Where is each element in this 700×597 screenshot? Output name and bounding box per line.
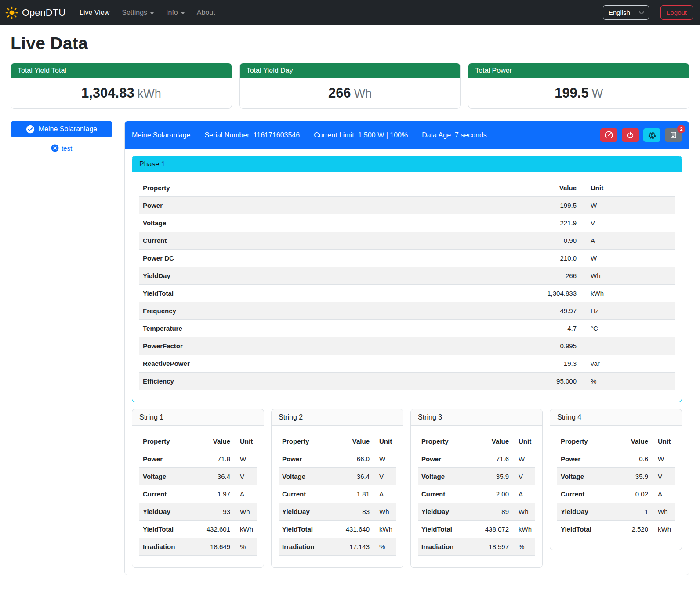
inverter-name: Meine Solaranlage [132, 131, 190, 139]
unit-cell: % [373, 538, 396, 556]
col-header-value: Value [192, 433, 234, 450]
property-cell: YieldDay [139, 503, 192, 521]
table-row: Power DC210.0W [139, 250, 675, 267]
col-header-property: Property [279, 433, 331, 450]
limit-settings-button[interactable] [600, 128, 617, 142]
unit-cell: A [234, 485, 257, 503]
value-cell: 1,304.833 [403, 285, 580, 302]
col-header-value: Value [403, 179, 580, 197]
value-cell: 35.9 [615, 468, 652, 485]
table-row: Voltage35.9V [418, 468, 535, 485]
brand-logo[interactable]: OpenDTU [5, 6, 65, 19]
nav-label: Settings [122, 9, 147, 17]
unit-cell: kWh [652, 521, 675, 538]
language-select[interactable]: English [603, 5, 649, 20]
journal-icon [670, 131, 677, 139]
table-row: Irradiation18.597% [418, 538, 535, 556]
unit-cell [580, 337, 675, 355]
unit-cell: kWh [234, 521, 257, 538]
unit-cell: var [580, 355, 675, 373]
value-cell: 0.90 [403, 232, 580, 250]
card-header: Total Power [468, 63, 689, 78]
caret-down-icon [150, 12, 154, 14]
inverter-sidebar: Meine Solaranlage test [11, 121, 112, 152]
summary-cards: Total Yield Total 1,304.83kWh Total Yiel… [11, 63, 689, 109]
page-container: Live Data Total Yield Total 1,304.83kWh … [0, 34, 700, 586]
sidebar-item-label: test [62, 145, 72, 152]
property-cell: Current [418, 485, 471, 503]
phase-card-body: Property Value Unit Power199.5WVoltage22… [132, 172, 682, 402]
sidebar-item-test-inverter[interactable]: test [11, 144, 112, 152]
table-row: YieldDay93Wh [139, 503, 257, 521]
unit-cell: A [373, 485, 396, 503]
unit-cell: V [652, 468, 675, 485]
table-row: Irradiation18.649% [139, 538, 257, 556]
string-card-2: String 2 Property Value Unit [271, 409, 403, 568]
nav-item-info[interactable]: Info [160, 5, 191, 20]
unit-cell: A [512, 485, 535, 503]
property-cell: Irradiation [279, 538, 331, 556]
strings-row: String 1 Property Value Unit [132, 409, 682, 568]
string-card-1: String 1 Property Value Unit [132, 409, 264, 568]
main-row: Meine Solaranlage test Meine Solaranlage… [11, 121, 689, 575]
table-header-row: Property Value Unit [557, 433, 675, 450]
property-cell: Power [418, 450, 471, 468]
device-info-button[interactable] [643, 128, 660, 142]
string-table: Property Value Unit Power0.6WVoltage35.9… [557, 433, 675, 538]
property-cell: Current [139, 485, 192, 503]
page-title: Live Data [11, 34, 689, 53]
x-circle-icon [51, 144, 59, 152]
unit-cell: Hz [580, 302, 675, 320]
col-header-unit: Unit [234, 433, 257, 450]
value-cell: 431.640 [331, 521, 373, 538]
unit-cell: V [580, 214, 675, 232]
table-row: YieldTotal432.601kWh [139, 521, 257, 538]
table-row: YieldTotal431.640kWh [279, 521, 396, 538]
phase-card: Phase 1 Property Value Unit Power199.5WV… [132, 156, 682, 402]
property-cell: Power [139, 450, 192, 468]
card-unit: W [592, 87, 603, 100]
power-toggle-button[interactable] [622, 128, 639, 142]
table-row: YieldDay266Wh [139, 267, 675, 285]
col-header-property: Property [557, 433, 615, 450]
string-table: Property Value Unit Power71.8WVoltage36.… [139, 433, 257, 556]
table-row: Voltage36.4V [139, 468, 257, 485]
string-card-body: Property Value Unit Power71.6WVoltage35.… [411, 426, 542, 567]
table-header-row: Property Value Unit [279, 433, 396, 450]
table-row: Power71.8W [139, 450, 257, 468]
table-row: Voltage36.4V [279, 468, 396, 485]
logout-button[interactable]: Logout [660, 5, 693, 20]
string-card-title: String 4 [550, 409, 682, 426]
property-cell: YieldDay [418, 503, 471, 521]
event-log-button[interactable]: 2 [665, 128, 682, 142]
unit-cell: Wh [580, 267, 675, 285]
phase-card-title: Phase 1 [132, 156, 682, 172]
value-cell: 19.3 [403, 355, 580, 373]
property-cell: YieldDay [139, 267, 403, 285]
table-header-row: Property Value Unit [418, 433, 535, 450]
inverter-data-age: Data Age: 7 seconds [422, 131, 487, 139]
navbar-right: English Logout [603, 5, 693, 20]
nav-label: Info [166, 9, 178, 17]
chevron-down-icon [639, 9, 644, 14]
col-header-unit: Unit [373, 433, 396, 450]
unit-cell: A [652, 485, 675, 503]
nav-item-about[interactable]: About [191, 5, 221, 20]
table-row: YieldDay89Wh [418, 503, 535, 521]
value-cell: 199.5 [403, 197, 580, 214]
value-cell: 0.995 [403, 337, 580, 355]
nav-item-live-view[interactable]: Live View [73, 5, 116, 20]
nav-item-settings[interactable]: Settings [116, 5, 160, 20]
property-cell: ReactivePower [139, 355, 403, 373]
sidebar-item-selected-inverter[interactable]: Meine Solaranlage [11, 121, 112, 137]
value-cell: 66.0 [331, 450, 373, 468]
unit-cell: kWh [373, 521, 396, 538]
card-header: Total Yield Day [240, 63, 461, 78]
property-cell: YieldTotal [557, 521, 615, 538]
value-cell: 18.597 [471, 538, 512, 556]
table-row: Irradiation17.143% [279, 538, 396, 556]
inverter-card-body: Phase 1 Property Value Unit Power199.5WV… [125, 149, 689, 575]
value-cell: 266 [403, 267, 580, 285]
property-cell: Current [557, 485, 615, 503]
value-cell: 0.6 [615, 450, 652, 468]
